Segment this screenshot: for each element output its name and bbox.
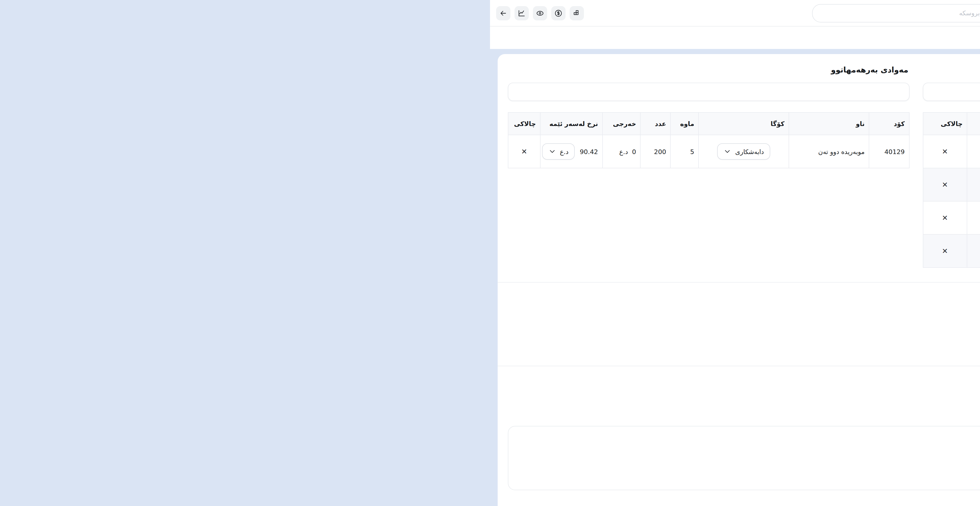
- remove-row-button[interactable]: ✕: [518, 146, 530, 157]
- cell-name: موبەریدە دوو تەن: [789, 135, 869, 168]
- arrow-left-icon: [499, 9, 508, 17]
- content-area: مەوادی خام کۆدناوکۆگاماوەعددنرخ لەسەر ئێ…: [490, 49, 980, 506]
- cell-price: $ 2.01: [967, 201, 980, 235]
- raw-materials-title: مەوادی خام: [923, 65, 980, 75]
- remove-row-button[interactable]: ✕: [939, 146, 951, 157]
- price-value: 90.42: [580, 148, 598, 155]
- topbar: Appliances: [490, 0, 980, 27]
- remove-row-button[interactable]: ✕: [939, 213, 951, 223]
- raw-material-row: 2422ماتۆڕی موبەریدەAppliances113200$ 40✕: [923, 135, 980, 168]
- dollar-circle-button[interactable]: [551, 6, 566, 20]
- eye-button[interactable]: [533, 6, 547, 20]
- produced-materials-title: مەوادی بەرهەمهاتوو: [508, 65, 908, 75]
- chevron-down-icon: [724, 148, 732, 155]
- main-card: مەوادی خام کۆدناوکۆگاماوەعددنرخ لەسەر ئێ…: [498, 54, 980, 506]
- note-section: تێبینی: [508, 503, 980, 506]
- summary-badges: کۆی گشتی عددی بەکارهاتووی مەوادی خام :4,…: [508, 297, 980, 351]
- divider: [498, 282, 980, 282]
- tab-bar: سەرەکیبەرهەمهێنانڕاپۆرتخەرجیڕێکخستن: [490, 27, 980, 49]
- cell-code: 40129: [869, 135, 909, 168]
- raw-materials-panel: مەوادی خام کۆدناوکۆگاماوەعددنرخ لەسەر ئێ…: [923, 65, 980, 268]
- column-header: کۆگا: [698, 113, 789, 135]
- chart-line-icon: [517, 9, 526, 17]
- extra-fields-card: حەقلی زیاتر: [508, 426, 980, 490]
- cell-actions: ✕: [923, 201, 967, 235]
- materials-panels: مەوادی خام کۆدناوکۆگاماوەعددنرخ لەسەر ئێ…: [508, 65, 980, 268]
- raw-material-row: 522264تەوافەAppliances02000✕: [923, 235, 980, 268]
- column-header: نرخ لەسەر ئێمە: [540, 113, 603, 135]
- eye-icon: [536, 9, 544, 17]
- cell-actions: ✕: [923, 168, 967, 201]
- column-header: عدد: [640, 113, 670, 135]
- produced-materials-panel: مەوادی بەرهەمهاتوو کۆدناوکۆگاماوەعددخەرج…: [508, 65, 909, 268]
- warehouse-select[interactable]: دابەشکاری: [718, 143, 770, 160]
- chart-line-button[interactable]: [514, 6, 529, 20]
- dollar-circle-icon: [554, 9, 563, 17]
- chevron-down-icon: [548, 148, 556, 155]
- cell-price: 90.42د.ع: [540, 135, 603, 168]
- raw-material-row: 9098087قایشی موبەریدەAppliances200200$ 1…: [923, 168, 980, 201]
- cell-expense: 0د.ع: [602, 135, 640, 168]
- column-header: چالاکی: [923, 113, 967, 135]
- production-line-label: لاینی بەرهەمهێنان: [508, 381, 980, 388]
- cell-remaining: 5: [670, 135, 698, 168]
- cell-price: $ 10.13: [967, 168, 980, 201]
- divider: [498, 366, 980, 366]
- cell-warehouse: دابەشکاری: [698, 135, 789, 168]
- raw-materials-search-input[interactable]: [923, 82, 980, 101]
- cell-qty: 200: [640, 135, 670, 168]
- extra-fields-title: حەقلی زیاتر: [519, 436, 980, 444]
- produced-material-row: 40129موبەریدە دوو تەندابەشکاری52000د.ع90…: [508, 135, 909, 168]
- cell-price: $ 40: [967, 135, 980, 168]
- select-value: دابەشکاری: [735, 148, 764, 155]
- raw-material-row: 38284ئاسنAppliances4064,000$ 2.01✕: [923, 201, 980, 235]
- remove-row-button[interactable]: ✕: [939, 246, 951, 256]
- remove-row-button[interactable]: ✕: [939, 179, 951, 190]
- raw-materials-table: کۆدناوکۆگاماوەعددنرخ لەسەر ئێمەچالاکی 24…: [923, 112, 980, 268]
- blocks-button[interactable]: [570, 6, 584, 20]
- column-header: ناو: [789, 113, 869, 135]
- blocks-icon: [573, 9, 581, 17]
- toolbar-group: [496, 6, 584, 20]
- price-cell-content: 90.42د.ع: [545, 143, 598, 160]
- arrow-left-button[interactable]: [496, 6, 511, 20]
- cell-price: 0: [967, 235, 980, 268]
- app-root: B ژمێریاری پسووڵەئۆردەرکۆگابازرگانکەرەست…: [490, 0, 980, 506]
- select-value: د.ع: [560, 148, 569, 155]
- column-header: چالاکی: [508, 113, 540, 135]
- cell-actions: ✕: [923, 135, 967, 168]
- cell-actions: ✕: [508, 135, 540, 168]
- production-line-section: لاینی بەرهەمهێنان: [508, 381, 980, 412]
- global-search-input[interactable]: [812, 4, 980, 22]
- note-label: تێبینی: [508, 503, 980, 506]
- expense-currency: د.ع: [619, 148, 628, 155]
- cell-actions: ✕: [923, 235, 967, 268]
- column-header: کۆد: [869, 113, 909, 135]
- produced-materials-table: کۆدناوکۆگاماوەعددخەرجینرخ لەسەر ئێمەچالا…: [508, 112, 909, 168]
- expense-value: 0: [632, 148, 636, 155]
- column-header: نرخ لەسەر ئێمە: [967, 113, 980, 135]
- produced-materials-search-input[interactable]: [508, 82, 909, 101]
- warehouse-select[interactable]: د.ع: [542, 143, 575, 160]
- column-header: ماوە: [670, 113, 698, 135]
- column-header: خەرجی: [602, 113, 640, 135]
- main-region: Appliances سەرەکیبەرهەمهێنانڕاپۆرتخەرجیڕ…: [490, 0, 980, 506]
